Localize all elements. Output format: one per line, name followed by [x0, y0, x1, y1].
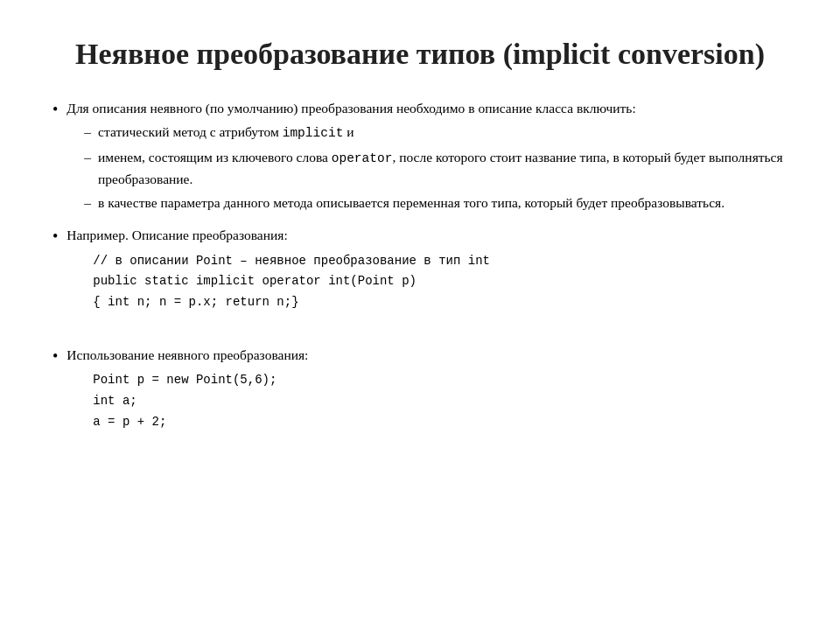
code-line-1: // в описании Point – неявное преобразов… — [93, 251, 788, 272]
code-block-1: // в описании Point – неявное преобразов… — [66, 251, 788, 313]
bullet-item-1: • Для описания неявного (по умолчанию) п… — [52, 98, 788, 216]
bullet-item-2: • Например. Описание преобразования: // … — [52, 225, 788, 318]
bullet-text-3: Использование неявного преобразования: P… — [66, 345, 788, 438]
dash-item-1-2: – именем, состоящим из ключевого слова o… — [84, 147, 788, 189]
dash-symbol-1-3: – — [84, 192, 91, 213]
dash-text-1-2: именем, состоящим из ключевого слова ope… — [98, 147, 788, 189]
content-area: • Для описания неявного (по умолчанию) п… — [52, 98, 788, 438]
dash-symbol-1-1: – — [84, 122, 91, 142]
bullet-text-2: Например. Описание преобразования: // в … — [66, 225, 788, 318]
bullet-item-3: • Использование неявного преобразования:… — [52, 345, 788, 438]
spacer — [52, 327, 788, 336]
code-line-6: a = p + 2; — [93, 412, 788, 433]
inline-code-implicit: implicit — [283, 126, 344, 140]
code-line-4: Point p = new Point(5,6); — [93, 370, 788, 391]
inline-code-operator: operator — [332, 151, 393, 165]
code-line-5: int a; — [93, 391, 788, 412]
code-block-2: Point p = new Point(5,6); int a; a = p +… — [66, 370, 788, 432]
bullet-dot-3: • — [52, 346, 58, 368]
bullet-dot-2: • — [52, 226, 58, 248]
bullet-3-main-text: Использование неявного преобразования: — [66, 347, 308, 362]
dash-symbol-1-2: – — [84, 147, 91, 167]
dash-text-1-1: статический метод с атрибутом implicit и — [98, 122, 788, 144]
dash-text-1-3: в качестве параметра данного метода опис… — [98, 192, 788, 213]
code-line-3: { int n; n = p.x; return n;} — [93, 292, 788, 313]
slide-title: Неявное преобразование типов (implicit c… — [52, 35, 788, 74]
dash-item-1-1: – статический метод с атрибутом implicit… — [84, 122, 788, 144]
main-list: • Для описания неявного (по умолчанию) п… — [52, 98, 788, 438]
dash-item-1-3: – в качестве параметра данного метода оп… — [84, 192, 788, 213]
bullet-text-1: Для описания неявного (по умолчанию) пре… — [66, 98, 788, 216]
dash-sublist-1: – статический метод с атрибутом implicit… — [66, 122, 788, 213]
bullet-2-main-text: Например. Описание преобразования: — [66, 228, 287, 242]
bullet-1-main-text: Для описания неявного (по умолчанию) пре… — [66, 101, 635, 116]
slide-container: Неявное преобразование типов (implicit c… — [52, 35, 788, 438]
bullet-dot-1: • — [52, 99, 58, 121]
code-line-2: public static implicit operator int(Poin… — [93, 271, 788, 292]
